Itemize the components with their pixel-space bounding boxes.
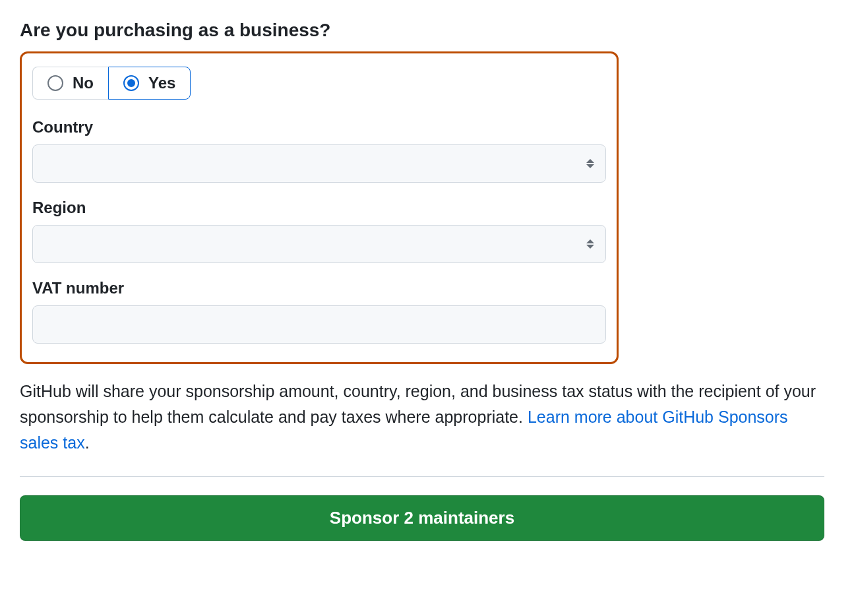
country-select-wrapper (32, 144, 606, 183)
section-divider (20, 476, 824, 477)
business-toggle: No Yes (32, 67, 191, 100)
vat-input[interactable] (32, 305, 606, 344)
country-group: Country (32, 118, 606, 183)
country-select[interactable] (32, 144, 606, 183)
business-question-heading: Are you purchasing as a business? (20, 20, 824, 41)
toggle-yes-label: Yes (148, 74, 175, 92)
disclosure-suffix: . (85, 433, 90, 452)
sponsor-business-form: Are you purchasing as a business? No Yes… (20, 20, 824, 541)
region-label: Region (32, 199, 606, 217)
business-details-panel: No Yes Country Region (20, 51, 619, 364)
radio-unchecked-icon (47, 75, 63, 91)
vat-label: VAT number (32, 279, 606, 297)
region-select[interactable] (32, 225, 606, 263)
toggle-no-label: No (73, 74, 94, 92)
sponsor-submit-button[interactable]: Sponsor 2 maintainers (20, 495, 824, 541)
region-select-wrapper (32, 225, 606, 263)
region-group: Region (32, 199, 606, 263)
radio-checked-icon (123, 75, 139, 91)
business-toggle-no[interactable]: No (32, 67, 108, 100)
tax-disclosure-text: GitHub will share your sponsorship amoun… (20, 379, 824, 455)
vat-group: VAT number (32, 279, 606, 344)
country-label: Country (32, 118, 606, 137)
business-toggle-yes[interactable]: Yes (108, 67, 191, 100)
